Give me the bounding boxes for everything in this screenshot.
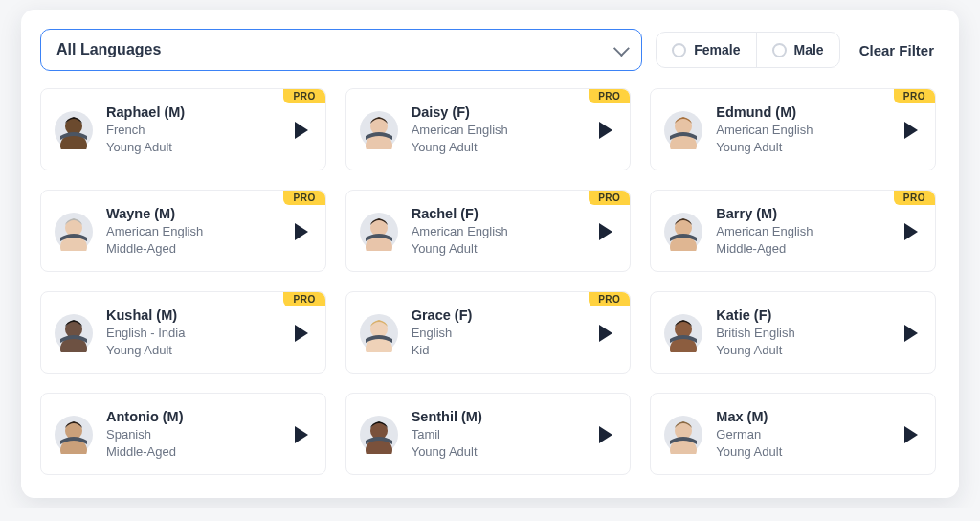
play-icon[interactable]: [295, 426, 308, 443]
voice-age: Kid: [412, 342, 587, 359]
play-icon[interactable]: [295, 223, 308, 240]
voice-meta: Kushal (M)English - IndiaYoung Adult: [106, 307, 281, 358]
voice-card[interactable]: PRO Daisy (F)American EnglishYoung Adult: [345, 88, 632, 170]
voice-meta: Edmund (M)American EnglishYoung Adult: [716, 104, 891, 155]
voice-language: Tamil: [412, 426, 587, 443]
play-icon[interactable]: [599, 426, 612, 443]
gender-male-label: Male: [794, 42, 824, 57]
play-icon[interactable]: [295, 325, 308, 342]
voice-card[interactable]: Senthil (M)TamilYoung Adult: [345, 393, 632, 475]
avatar: [55, 111, 93, 149]
pro-badge: PRO: [283, 292, 324, 306]
gender-female-label: Female: [694, 42, 740, 57]
radio-icon: [772, 43, 787, 57]
avatar: [664, 314, 702, 352]
voice-age: Young Adult: [106, 342, 281, 359]
play-icon[interactable]: [904, 426, 918, 443]
pro-badge: PRO: [589, 89, 630, 103]
voice-meta: Wayne (M)American EnglishMiddle-Aged: [106, 206, 281, 257]
voice-meta: Rachel (F)American EnglishYoung Adult: [412, 206, 587, 257]
voice-age: Young Adult: [716, 443, 891, 461]
voice-name: Barry (M): [716, 206, 891, 221]
avatar: [360, 314, 398, 352]
language-select[interactable]: All Languages: [40, 29, 642, 71]
voice-name: Wayne (M): [106, 206, 281, 221]
voice-language: American English: [106, 223, 281, 240]
pro-badge: PRO: [283, 191, 324, 205]
voice-name: Grace (F): [412, 307, 587, 323]
voice-card[interactable]: PRO Kushal (M)English - IndiaYoung Adult: [40, 291, 326, 374]
avatar: [360, 111, 398, 149]
voice-meta: Daisy (F)American EnglishYoung Adult: [412, 104, 587, 155]
pro-badge: PRO: [894, 191, 935, 205]
voice-card[interactable]: Katie (F)British EnglishYoung Adult: [650, 291, 936, 374]
avatar: [664, 416, 702, 454]
voice-language: French: [106, 122, 281, 139]
voice-age: Middle-Aged: [106, 443, 281, 461]
play-icon[interactable]: [599, 325, 612, 342]
filter-bar: All Languages Female Male Clear Filter: [40, 29, 940, 71]
pro-badge: PRO: [283, 89, 324, 103]
voice-language: English - India: [106, 325, 281, 342]
voice-catalog-panel: All Languages Female Male Clear Filter P…: [21, 10, 959, 498]
voice-card[interactable]: PRO Grace (F)EnglishKid: [345, 291, 632, 374]
radio-icon: [672, 43, 686, 57]
avatar: [360, 416, 398, 454]
gender-female-option[interactable]: Female: [657, 33, 755, 67]
voice-name: Max (M): [716, 409, 891, 424]
play-icon[interactable]: [904, 122, 918, 139]
avatar: [55, 416, 93, 454]
voice-language: American English: [716, 122, 891, 139]
avatar: [664, 111, 702, 149]
chevron-down-icon: [613, 40, 630, 57]
voice-language: Spanish: [106, 426, 281, 443]
pro-badge: PRO: [589, 292, 630, 306]
voice-name: Edmund (M): [716, 104, 891, 120]
voice-card[interactable]: PRO Wayne (M)American EnglishMiddle-Aged: [40, 190, 326, 272]
voice-card[interactable]: PRO Rachel (F)American EnglishYoung Adul…: [345, 190, 632, 272]
voice-name: Senthil (M): [412, 409, 587, 424]
voice-meta: Raphael (M)FrenchYoung Adult: [106, 104, 281, 155]
voice-card[interactable]: Max (M)GermanYoung Adult: [650, 393, 936, 475]
voice-meta: Antonio (M)SpanishMiddle-Aged: [106, 409, 281, 460]
voice-name: Antonio (M): [106, 409, 281, 424]
voice-name: Daisy (F): [412, 104, 587, 120]
play-icon[interactable]: [295, 122, 308, 139]
voice-age: Young Adult: [106, 139, 281, 156]
voice-language: American English: [412, 122, 587, 139]
play-icon[interactable]: [599, 122, 612, 139]
voice-language: American English: [716, 223, 891, 240]
gender-male-option[interactable]: Male: [756, 33, 839, 67]
voice-name: Raphael (M): [106, 104, 281, 120]
voice-name: Kushal (M): [106, 307, 281, 323]
language-select-label: All Languages: [56, 41, 161, 58]
play-icon[interactable]: [904, 325, 918, 342]
voice-language: British English: [716, 325, 891, 342]
avatar: [55, 314, 93, 352]
voice-age: Young Adult: [412, 139, 587, 156]
voice-meta: Grace (F)EnglishKid: [412, 307, 587, 358]
voice-meta: Max (M)GermanYoung Adult: [716, 409, 891, 460]
voice-name: Katie (F): [716, 307, 891, 323]
play-icon[interactable]: [599, 223, 612, 240]
voice-card[interactable]: PRO Edmund (M)American EnglishYoung Adul…: [650, 88, 936, 170]
voice-language: English: [412, 325, 587, 342]
voice-meta: Senthil (M)TamilYoung Adult: [412, 409, 587, 460]
clear-filter-button[interactable]: Clear Filter: [854, 42, 940, 58]
voice-language: German: [716, 426, 891, 443]
voice-age: Young Adult: [716, 139, 891, 156]
avatar: [55, 213, 93, 251]
voice-meta: Katie (F)British EnglishYoung Adult: [716, 307, 891, 358]
gender-filter-group: Female Male: [656, 32, 839, 68]
voice-card[interactable]: PRO Raphael (M)FrenchYoung Adult: [40, 88, 326, 170]
voice-card[interactable]: PRO Barry (M)American EnglishMiddle-Aged: [650, 190, 936, 272]
pro-badge: PRO: [589, 191, 630, 205]
voice-grid-scroll[interactable]: PRO Raphael (M)FrenchYoung AdultPRO Dais…: [40, 88, 940, 498]
avatar: [360, 213, 398, 251]
pro-badge: PRO: [894, 89, 935, 103]
voice-age: Middle-Aged: [106, 240, 281, 258]
voice-age: Young Adult: [412, 240, 587, 258]
voice-card[interactable]: Antonio (M)SpanishMiddle-Aged: [40, 393, 326, 475]
play-icon[interactable]: [904, 223, 918, 240]
voice-age: Middle-Aged: [716, 240, 891, 258]
